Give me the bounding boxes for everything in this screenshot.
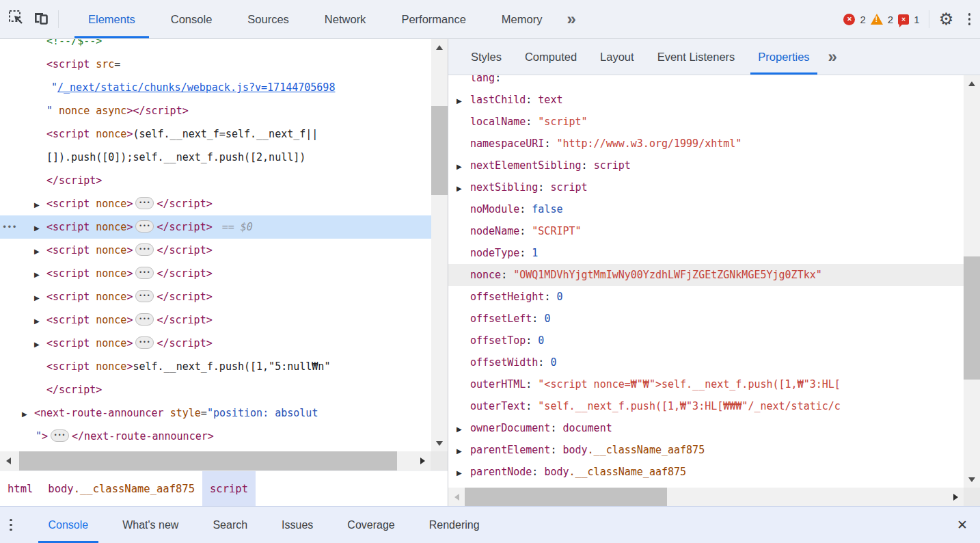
collapsed-content-button[interactable]: •••	[135, 290, 154, 302]
drawer-menu-button[interactable]	[0, 519, 22, 531]
dom-tree-row[interactable]: <script src=	[0, 53, 431, 76]
property-row[interactable]: ▶lastChild: text	[448, 89, 964, 111]
scroll-right-button[interactable]	[414, 451, 431, 471]
warning-icon[interactable]	[871, 14, 883, 25]
scroll-up-button[interactable]	[964, 75, 980, 92]
disclosure-triangle-icon[interactable]: ▶	[457, 156, 470, 178]
tab-console[interactable]: Console	[31, 507, 106, 543]
breadcrumb-item[interactable]: body.__className_aaf875	[40, 471, 202, 506]
dom-vertical-scrollbar[interactable]	[431, 39, 448, 451]
breadcrumb-item[interactable]: html	[0, 471, 40, 506]
scroll-down-button[interactable]	[964, 471, 980, 488]
property-row[interactable]: ▶ownerDocument: document	[448, 417, 964, 439]
tab-memory[interactable]: Memory	[484, 0, 560, 38]
dom-tree-row[interactable]: ▶<next-route-announcer style="position: …	[0, 401, 431, 425]
disclosure-triangle-icon[interactable]: ▶	[457, 462, 470, 484]
tab-performance[interactable]: Performance	[383, 0, 483, 38]
property-row[interactable]: lang:	[448, 75, 964, 89]
property-row[interactable]: ▶nextElementSibling: script	[448, 155, 964, 176]
tab-rendering[interactable]: Rendering	[412, 507, 497, 543]
properties-vertical-scrollbar[interactable]	[964, 75, 980, 488]
property-row[interactable]: offsetWidth: 0	[448, 352, 964, 373]
dom-tree-row[interactable]: []).push([0]);self.__next_f.push([2,null…	[0, 146, 431, 169]
property-row[interactable]: ▶parentNode: body.__className_aaf875	[448, 461, 964, 483]
sidebar-more-tabs-button[interactable]: »	[821, 49, 844, 65]
dom-tree-row[interactable]: ▶<script nonce>•••</script>	[0, 332, 431, 355]
toggle-device-toolbar-button[interactable]	[29, 7, 53, 31]
dom-tree-row[interactable]: </script>	[0, 169, 431, 192]
property-row[interactable]: nodeType: 1	[448, 242, 964, 264]
dom-tree-row[interactable]: ▶<script nonce>•••</script>	[0, 285, 431, 308]
tab-properties[interactable]: Properties	[746, 39, 821, 75]
tab-console[interactable]: Console	[153, 0, 230, 38]
dom-tree-row[interactable]: ▶<script nonce>•••</script>	[0, 239, 431, 262]
tab-elements[interactable]: Elements	[70, 0, 153, 38]
tab-styles[interactable]: Styles	[459, 39, 513, 75]
row-overflow-menu-icon[interactable]: •••	[2, 215, 17, 239]
inspect-element-button[interactable]	[4, 7, 29, 31]
scroll-down-button[interactable]	[431, 435, 448, 451]
property-row[interactable]: ▶nextSibling: script	[448, 176, 964, 198]
tab-layout[interactable]: Layout	[588, 39, 646, 75]
disclosure-triangle-icon[interactable]: ▶	[34, 217, 46, 240]
disclosure-triangle-icon[interactable]: ▶	[34, 310, 46, 333]
collapsed-content-button[interactable]: •••	[135, 197, 154, 209]
disclosure-triangle-icon[interactable]: ▶	[34, 240, 46, 263]
tab-network[interactable]: Network	[307, 0, 384, 38]
disclosure-triangle-icon[interactable]: ▶	[457, 90, 470, 112]
tab-issues[interactable]: Issues	[264, 507, 330, 543]
disclosure-triangle-icon[interactable]: ▶	[22, 403, 34, 426]
tab-search[interactable]: Search	[195, 507, 264, 543]
more-tabs-button[interactable]: »	[560, 11, 582, 27]
collapsed-content-button[interactable]: •••	[135, 313, 154, 326]
dom-tree-row[interactable]: <!--/$-->	[0, 39, 431, 53]
error-icon[interactable]	[843, 14, 855, 25]
property-row[interactable]: localName: "script"	[448, 111, 964, 133]
dom-tree-row[interactable]: ▶<script nonce>•••</script>	[0, 192, 431, 215]
property-row[interactable]: offsetLeft: 0	[448, 308, 964, 330]
scroll-left-button[interactable]	[0, 451, 16, 471]
resource-link[interactable]: /_next/static/chunks/webpack.js?v=171447…	[57, 81, 335, 94]
dom-tree-row[interactable]: ">•••</next-route-announcer>	[0, 425, 431, 448]
disclosure-triangle-icon[interactable]: ▶	[34, 333, 46, 356]
dom-tree-row[interactable]: <script nonce>self.__next_f.push([1,"5:n…	[0, 355, 431, 378]
property-row[interactable]: nodeName: "SCRIPT"	[448, 220, 964, 242]
scrollbar-thumb[interactable]	[431, 106, 448, 195]
breadcrumb-item[interactable]: script	[202, 471, 256, 506]
scroll-left-button[interactable]	[448, 488, 465, 506]
issues-icon[interactable]	[898, 14, 909, 25]
property-row[interactable]: outerHTML: "<script nonce=₩"₩">self.__ne…	[448, 373, 964, 395]
collapsed-content-button[interactable]: •••	[135, 267, 154, 279]
tab-event-listeners[interactable]: Event Listeners	[646, 39, 747, 75]
tab-what-s-new[interactable]: What's new	[105, 507, 195, 543]
property-row[interactable]: noModule: false	[448, 198, 964, 220]
dom-tree-row[interactable]: ▶<script nonce>•••</script>	[0, 308, 431, 332]
dom-horizontal-scrollbar[interactable]	[0, 451, 431, 471]
dom-tree-row[interactable]: </script>	[0, 378, 431, 401]
property-row[interactable]: ▶part: DOMTokenList [₩"₩"]	[448, 483, 964, 488]
property-row[interactable]: offsetTop: 0	[448, 330, 964, 352]
scroll-up-button[interactable]	[431, 39, 448, 55]
collapsed-content-button[interactable]: •••	[135, 243, 154, 256]
close-drawer-button[interactable]: ✕	[957, 517, 968, 533]
disclosure-triangle-icon[interactable]: ▶	[34, 194, 46, 217]
scroll-right-button[interactable]	[947, 488, 964, 506]
tab-computed[interactable]: Computed	[513, 39, 588, 75]
disclosure-triangle-icon[interactable]: ▶	[457, 419, 470, 440]
dom-tree-row[interactable]: <script nonce>(self.__next_f=self.__next…	[0, 122, 431, 146]
property-row[interactable]: outerText: "self.__next_f.push([1,₩"3:HL…	[448, 395, 964, 417]
disclosure-triangle-icon[interactable]: ▶	[34, 287, 46, 310]
tab-sources[interactable]: Sources	[230, 0, 307, 38]
disclosure-triangle-icon[interactable]: ▶	[457, 178, 470, 200]
dom-tree-row[interactable]: " nonce async></script>	[0, 99, 431, 122]
dom-tree-row[interactable]: ▶<script nonce>•••</script>	[0, 262, 431, 285]
scrollbar-thumb[interactable]	[465, 488, 667, 506]
disclosure-triangle-icon[interactable]: ▶	[34, 263, 46, 287]
scrollbar-thumb[interactable]	[19, 451, 397, 471]
collapsed-content-button[interactable]: •••	[51, 429, 69, 442]
properties-horizontal-scrollbar[interactable]	[448, 488, 964, 506]
property-row[interactable]: namespaceURI: "http://www.w3.org/1999/xh…	[448, 133, 964, 155]
dom-tree-row[interactable]: •••▶<script nonce>•••</script>== $0	[0, 215, 431, 239]
property-row[interactable]: offsetHeight: 0	[448, 286, 964, 308]
tab-coverage[interactable]: Coverage	[330, 507, 411, 543]
